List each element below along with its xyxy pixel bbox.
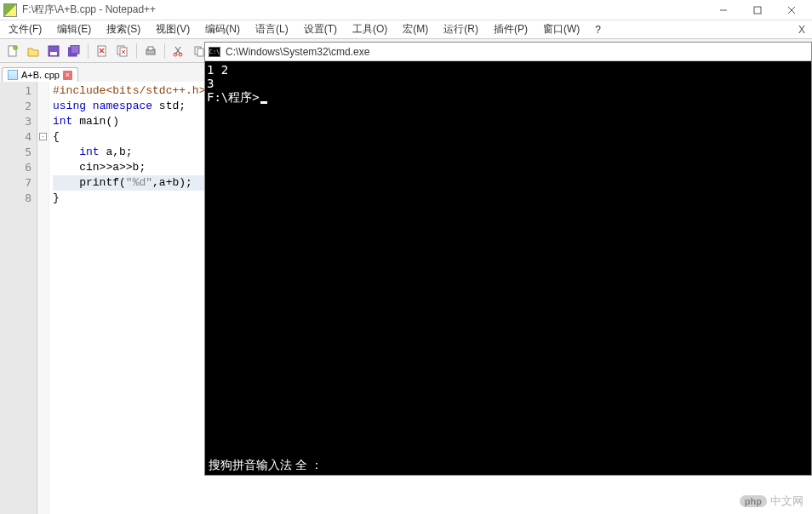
menu-view[interactable]: 视图(V) (152, 20, 193, 38)
fold-cell (37, 114, 49, 129)
cmd-title-bar[interactable]: C:\ C:\Windows\System32\cmd.exe (205, 43, 811, 61)
toolbar-separator (136, 43, 137, 59)
cmd-output[interactable]: 1 23F:\程序>搜狗拼音输入法 全 ： (205, 61, 811, 475)
watermark: php 中文网 (740, 494, 803, 509)
menu-window[interactable]: 窗口(W) (540, 20, 583, 38)
toolbar-separator (164, 43, 165, 59)
line-number: 2 (0, 99, 31, 114)
cmd-cursor (260, 101, 267, 104)
fold-cell: - (37, 133, 49, 148)
menu-run[interactable]: 运行(R) (440, 20, 482, 38)
line-number: 5 (0, 145, 31, 160)
line-number: 7 (0, 175, 31, 191)
tab-label: A+B. cpp (21, 70, 60, 80)
line-number: 4 (0, 129, 31, 145)
fold-cell (37, 163, 49, 179)
svg-rect-18 (148, 47, 153, 50)
title-bar: F:\程序\A+B.cpp - Notepad++ (0, 0, 812, 20)
minimize-button[interactable] (706, 1, 741, 20)
watermark-logo: php (740, 495, 767, 507)
menu-edit[interactable]: 编辑(E) (54, 20, 94, 38)
menu-help[interactable]: ? (592, 22, 604, 37)
menu-search[interactable]: 搜索(S) (103, 20, 144, 38)
menu-language[interactable]: 语言(L) (252, 20, 292, 38)
toolbar-separator (88, 43, 89, 59)
fold-cell (37, 83, 49, 99)
close-file-button[interactable] (93, 42, 112, 60)
cut-button[interactable] (169, 42, 188, 60)
svg-rect-1 (754, 7, 761, 14)
watermark-text: 中文网 (770, 494, 803, 509)
save-button[interactable] (44, 42, 63, 60)
line-number: 1 (0, 83, 31, 99)
fold-cell (37, 99, 49, 114)
open-file-button[interactable] (24, 42, 43, 60)
print-button[interactable] (141, 42, 160, 60)
menubar-close-icon[interactable]: X (798, 24, 805, 36)
window-title: F:\程序\A+B.cpp - Notepad++ (22, 3, 706, 17)
fold-column: - (37, 82, 49, 514)
fold-cell (37, 194, 49, 209)
line-number: 3 (0, 114, 31, 129)
window-controls (706, 1, 809, 20)
cmd-line: F:\程序> (207, 90, 809, 104)
line-number: 8 (0, 191, 31, 206)
cmd-line: 3 (207, 77, 809, 90)
menu-file[interactable]: 文件(F) (5, 20, 45, 38)
fold-toggle-icon[interactable]: - (39, 133, 47, 140)
close-all-button[interactable] (113, 42, 132, 60)
svg-rect-9 (71, 45, 79, 54)
menu-bar: 文件(F) 编辑(E) 搜索(S) 视图(V) 编码(N) 语言(L) 设置(T… (0, 20, 812, 39)
maximize-button[interactable] (741, 1, 775, 20)
menu-tools[interactable]: 工具(O) (349, 20, 391, 38)
cmd-title-text: C:\Windows\System32\cmd.exe (226, 46, 369, 58)
fold-cell (37, 179, 49, 194)
cmd-icon: C:\ (209, 47, 220, 57)
file-tab[interactable]: A+B. cpp × (2, 67, 78, 82)
menu-settings[interactable]: 设置(T) (300, 20, 340, 38)
svg-rect-24 (197, 49, 203, 56)
menu-macro[interactable]: 宏(M) (399, 20, 432, 38)
tab-close-icon[interactable]: × (63, 71, 72, 80)
ime-status: 搜狗拼音输入法 全 ： (209, 458, 323, 471)
new-file-button[interactable] (3, 42, 22, 60)
file-icon (8, 70, 18, 80)
line-number-gutter: 12345678 (0, 82, 37, 514)
app-icon (3, 3, 17, 17)
line-number: 6 (0, 160, 31, 175)
fold-cell (37, 148, 49, 163)
menu-plugins[interactable]: 插件(P) (490, 20, 531, 38)
svg-point-5 (13, 45, 18, 50)
menu-encoding[interactable]: 编码(N) (202, 20, 243, 38)
svg-rect-7 (50, 52, 57, 55)
cmd-window[interactable]: C:\ C:\Windows\System32\cmd.exe 1 23F:\程… (204, 42, 812, 476)
cmd-line: 1 2 (207, 63, 809, 77)
close-button[interactable] (775, 1, 809, 20)
save-all-button[interactable] (65, 42, 83, 60)
